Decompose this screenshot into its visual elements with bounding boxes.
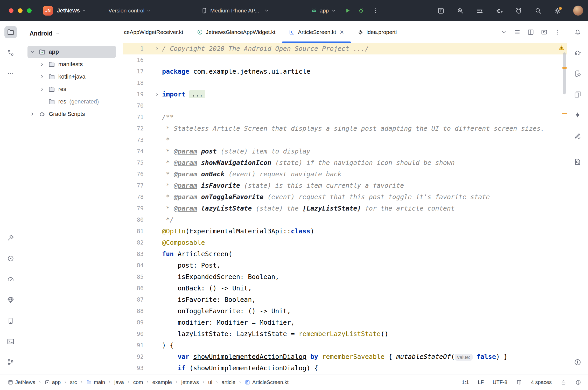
search-code-icon[interactable] [456, 7, 464, 15]
device-frame-icon[interactable] [437, 7, 445, 15]
vcs-widget[interactable]: Version control [108, 8, 144, 14]
project-name[interactable]: JetNews [57, 7, 80, 14]
close-tab-icon[interactable]: × [340, 29, 344, 36]
tool-button-build[interactable] [4, 232, 17, 244]
code-text[interactable]: fun ArticleScreen( [162, 248, 567, 260]
run-configuration-label[interactable]: app [320, 8, 329, 14]
tool-button-project-folder[interactable] [4, 26, 17, 38]
breadcrumb-item-com[interactable]: com [133, 379, 143, 385]
tab-list-chevron-icon[interactable] [500, 29, 507, 36]
run-button[interactable] [344, 7, 351, 14]
breadcrumb-item-src[interactable]: src [70, 379, 77, 385]
chevron-down-icon[interactable] [29, 49, 36, 55]
tool-button-version-control[interactable] [4, 356, 17, 368]
code-text[interactable]: * @param showNavigationIcon (state) if t… [162, 157, 567, 169]
code-text[interactable]: */ [162, 214, 567, 226]
profiler-icon[interactable] [515, 7, 523, 15]
tool-button-terminal[interactable] [4, 335, 17, 348]
code-text[interactable]: if (showUnimplementedActionDialog) { [162, 363, 567, 374]
editor-tab-idea-properti[interactable]: idea.properti [351, 21, 404, 43]
user-avatar[interactable] [573, 5, 583, 16]
tool-button-profiler-gauge[interactable] [4, 273, 17, 285]
search-everywhere-icon[interactable] [534, 7, 542, 15]
chevron-down-icon[interactable] [81, 8, 87, 13]
tool-button-commit[interactable] [4, 47, 17, 59]
code-text[interactable]: @Composable [162, 237, 567, 248]
code-text[interactable]: / Copyright 2020 The Android Open Source… [162, 43, 567, 54]
code-text[interactable]: onBack: () -> Unit, [162, 283, 567, 294]
editor-more-icon[interactable] [554, 29, 561, 36]
code-text[interactable]: ) { [162, 340, 567, 351]
code-text[interactable]: * @param isFavorite (state) is this item… [162, 180, 567, 191]
tree-item-gradle-scripts[interactable]: Gradle Scripts [27, 108, 116, 120]
close-window-button[interactable] [9, 8, 13, 13]
breadcrumb-item-example[interactable]: example [152, 379, 172, 385]
settings-button[interactable] [554, 7, 562, 15]
chevron-right-icon[interactable] [39, 86, 45, 92]
tool-button-find-in-file[interactable] [571, 156, 584, 168]
tree-item-res[interactable]: res [27, 83, 116, 95]
tool-button-device-explorer[interactable] [4, 315, 17, 327]
tool-button-running-devices[interactable] [571, 88, 584, 101]
chevron-right-icon[interactable] [39, 74, 45, 80]
warning-stripe-mark[interactable] [562, 113, 567, 114]
code-text[interactable]: * @param onToggleFavorite (event) reques… [162, 191, 567, 203]
breadcrumb-item-main[interactable]: main [86, 379, 105, 385]
breadcrumb-item-jetnews[interactable]: JetNews [8, 379, 35, 385]
code-text[interactable]: isExpandedScreen: Boolean, [162, 271, 567, 283]
tool-button-services[interactable] [4, 252, 17, 265]
code-text[interactable]: package com.example.jetnews.ui.article [162, 66, 567, 77]
editor-tab-jetnewsglanceappwidget-kt[interactable]: JetnewsGlanceAppWidget.kt [190, 21, 282, 43]
file-encoding[interactable]: UTF-8 [493, 379, 507, 385]
code-text[interactable]: onToggleFavorite: () -> Unit, [162, 305, 567, 317]
warning-stripe-mark[interactable] [562, 67, 567, 69]
code-text[interactable]: import ... [162, 89, 567, 100]
warning-triangle-icon[interactable] [558, 45, 565, 51]
chevron-right-icon[interactable] [39, 61, 45, 67]
breadcrumb-item-app[interactable]: app [45, 379, 61, 385]
zoom-window-button[interactable] [27, 8, 32, 13]
caret-position[interactable]: 1:1 [462, 379, 469, 385]
tool-button-gemini[interactable] [571, 109, 584, 121]
code-text[interactable]: * @param post (state) item to display [162, 146, 567, 157]
run-tasks-icon[interactable] [476, 7, 484, 15]
line-separator[interactable]: LF [478, 379, 484, 385]
screenshot-icon[interactable] [541, 29, 548, 36]
tool-button-device-manager[interactable] [571, 67, 584, 80]
breadcrumb-item-articlescreen-kt[interactable]: ArticleScreen.kt [245, 379, 289, 385]
tree-item-manifests[interactable]: manifests [27, 58, 116, 71]
tool-button-notifications[interactable] [571, 26, 584, 38]
code-text[interactable]: /** [162, 112, 567, 123]
editor-tab-ceappwidgetreceiver-kt[interactable]: ceAppWidgetReceiver.kt [123, 21, 190, 43]
breadcrumb-item-ui[interactable]: ui [208, 379, 212, 385]
file-writable-toggle[interactable] [561, 379, 566, 385]
code-text[interactable]: isFavorite: Boolean, [162, 294, 567, 305]
code-text[interactable]: * @param onBack (event) request navigate… [162, 169, 567, 180]
breadcrumb-item-article[interactable]: article [222, 379, 235, 385]
code-text[interactable]: var showUnimplementedActionDialog by rem… [162, 351, 567, 363]
tree-item-app[interactable]: app [27, 46, 116, 58]
chevron-down-icon[interactable] [146, 8, 151, 13]
debug-button[interactable] [358, 7, 365, 14]
breadcrumb-item-jetnews[interactable]: jetnews [181, 379, 199, 385]
editor-scrollbar[interactable] [563, 52, 566, 94]
code-text[interactable] [162, 100, 567, 112]
chevron-down-icon[interactable] [330, 7, 337, 14]
editor-list-icon[interactable] [514, 29, 521, 36]
code-editor[interactable]: 1/ Copyright 2020 The Android Open Sourc… [123, 43, 567, 374]
breadcrumb-item-java[interactable]: java [114, 379, 124, 385]
code-text[interactable] [162, 77, 567, 89]
reading-mode-toggle[interactable] [516, 379, 522, 385]
code-text[interactable]: * Stateless Article Screen that displays… [162, 123, 567, 134]
split-editor-icon[interactable] [527, 29, 534, 36]
code-text[interactable]: @OptIn(ExperimentalMaterial3Api::class) [162, 226, 567, 237]
tool-button-more-tools[interactable] [4, 67, 17, 80]
more-run-options-icon[interactable] [372, 7, 379, 14]
device-selector[interactable]: Medium Phone AP... [201, 7, 270, 14]
inspections-widget[interactable] [575, 379, 581, 385]
tree-item-res[interactable]: res(generated) [27, 95, 116, 108]
tool-button-live-edit[interactable] [571, 130, 584, 142]
chevron-right-icon[interactable] [29, 111, 36, 117]
editor-tab-articlescreen-kt[interactable]: ArticleScreen.kt× [282, 21, 351, 43]
project-view-selector[interactable]: Android [21, 21, 123, 46]
